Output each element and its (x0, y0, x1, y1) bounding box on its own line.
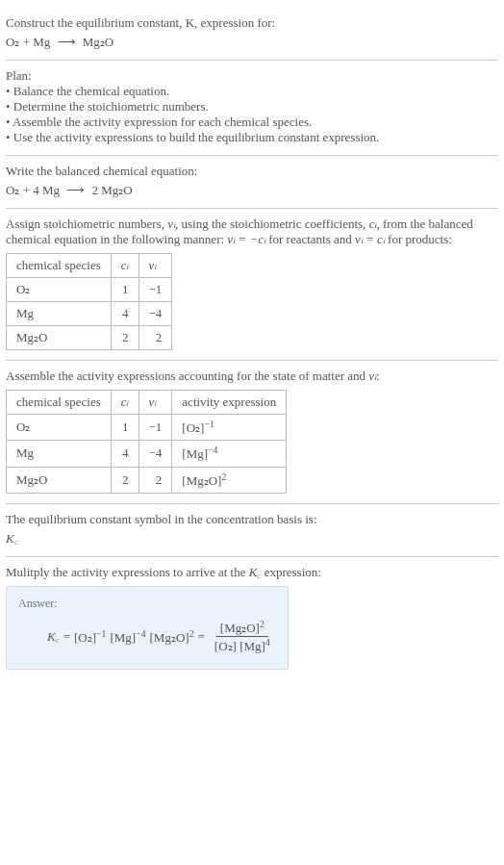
balanced-section: Write the balanced chemical equation: O₂… (6, 156, 498, 209)
col-header: νᵢ (139, 391, 172, 415)
reaction-lhs: O₂ + Mg (6, 35, 50, 49)
equals: = (198, 629, 205, 645)
relation: νᵢ = cᵢ (355, 232, 385, 246)
text: Mulitply the activity expressions to arr… (6, 565, 249, 579)
activity-cell: [Mg₂O]2 (172, 467, 287, 493)
species-cell: Mg₂O (7, 467, 112, 493)
answer-equation: K꜀ = [O₂]−1 [Mg]−4 [Mg₂O]2 = [Mg₂O]2 [O₂… (47, 619, 276, 655)
intro-reaction: O₂ + Mg ⟶ Mg₂O (6, 35, 498, 50)
multiply-heading: Mulitply the activity expressions to arr… (6, 565, 498, 580)
text: : (376, 369, 380, 383)
kc-symbol-heading: The equilibrium constant symbol in the c… (6, 512, 498, 527)
term: [Mg]−4 (110, 628, 145, 646)
plan-bullet: • Balance the chemical equation. (6, 84, 498, 99)
species-cell: O₂ (7, 278, 112, 302)
relation: νᵢ = −cᵢ (227, 232, 265, 246)
species-cell: Mg₂O (7, 326, 112, 350)
text: for reactants and (265, 232, 355, 246)
intro-line: Construct the equilibrium constant, K, e… (6, 15, 498, 31)
nu-cell: −4 (139, 302, 172, 326)
exponent: −1 (96, 628, 106, 639)
nu-cell: −1 (139, 278, 172, 302)
multiply-section: Mulitply the activity expressions to arr… (6, 557, 498, 674)
text: for products: (385, 232, 452, 246)
activity-table: chemical species cᵢ νᵢ activity expressi… (6, 390, 287, 494)
base: [Mg₂O] (220, 621, 260, 635)
stoich-section: Assign stoichiometric numbers, νᵢ, using… (6, 209, 498, 361)
intro-section: Construct the equilibrium constant, K, e… (6, 8, 498, 61)
nu-cell: 2 (139, 326, 172, 350)
balanced-heading: Write the balanced chemical equation: (6, 164, 498, 179)
exponent: 2 (189, 628, 194, 639)
exponent: −4 (208, 445, 217, 455)
ci-cell: 4 (111, 302, 139, 326)
exponent: 4 (265, 637, 270, 648)
species-cell: O₂ (7, 415, 112, 441)
activity-heading: Assemble the activity expressions accoun… (6, 369, 498, 384)
nu-cell: −1 (139, 415, 172, 441)
nu-symbol: νᵢ (167, 216, 175, 231)
term: [O₂]−1 (74, 628, 106, 646)
balanced-rhs: 2 Mg₂O (92, 183, 133, 197)
col-header: chemical species (7, 391, 112, 415)
activity-section: Assemble the activity expressions accoun… (6, 361, 498, 504)
exponent: −4 (136, 628, 145, 639)
base: [Mg] (110, 630, 136, 645)
balanced-equation: O₂ + 4 Mg ⟶ 2 Mg₂O (6, 183, 498, 198)
plan-bullet: • Determine the stoichiometric numbers. (6, 99, 498, 114)
nu-symbol: νᵢ (368, 369, 376, 383)
table-header-row: chemical species cᵢ νᵢ activity expressi… (7, 391, 287, 415)
table-header-row: chemical species cᵢ νᵢ (7, 254, 172, 278)
base: [Mg] (239, 640, 265, 654)
plan-bullet: • Use the activity expressions to build … (6, 130, 498, 145)
col-header: νᵢ (139, 254, 172, 278)
table-row: Mg₂O 2 2 (7, 326, 172, 350)
plan-heading: Plan: (6, 68, 498, 84)
text: , using the stoichiometric coefficients, (175, 216, 369, 231)
ci-cell: 1 (111, 278, 139, 302)
text: Assemble the activity expressions accoun… (6, 369, 368, 383)
exponent: −1 (204, 419, 214, 429)
base: [Mg₂O] (182, 473, 221, 488)
table-row: Mg₂O 2 2 [Mg₂O]2 (7, 467, 287, 493)
fraction: [Mg₂O]2 [O₂] [Mg]4 (211, 619, 274, 655)
species-cell: Mg (7, 302, 112, 326)
base: [O₂] (182, 420, 204, 435)
col-header: activity expression (172, 391, 287, 415)
table-row: Mg 4 −4 (7, 302, 172, 326)
arrow-icon: ⟶ (66, 183, 85, 198)
text: expression: (261, 565, 320, 579)
kc-symbol-section: The equilibrium constant symbol in the c… (6, 504, 498, 557)
base: [Mg₂O] (150, 630, 189, 645)
nu-cell: −4 (139, 441, 172, 467)
arrow-icon: ⟶ (58, 35, 76, 50)
exponent: 2 (260, 619, 265, 629)
reaction-rhs: Mg₂O (83, 35, 113, 49)
denominator: [O₂] [Mg]4 (211, 637, 274, 654)
answer-label: Answer: (18, 597, 276, 611)
table-row: O₂ 1 −1 (7, 278, 172, 302)
exponent: 2 (221, 471, 226, 482)
base: [Mg] (182, 447, 208, 462)
balanced-lhs: O₂ + 4 Mg (6, 183, 60, 197)
answer-box: Answer: K꜀ = [O₂]−1 [Mg]−4 [Mg₂O]2 = [Mg… (6, 586, 289, 670)
col-header: chemical species (7, 254, 112, 278)
activity-cell: [Mg]−4 (172, 441, 287, 467)
plan-bullet: • Assemble the activity expression for e… (6, 114, 498, 130)
text: Assign stoichiometric numbers, (6, 216, 167, 231)
stoich-table: chemical species cᵢ νᵢ O₂ 1 −1 Mg 4 −4 M… (6, 253, 172, 350)
col-header: cᵢ (111, 254, 139, 278)
nu-cell: 2 (139, 467, 172, 493)
equals: = (63, 629, 70, 645)
kc-symbol: K꜀ (249, 565, 262, 579)
base: [O₂] (214, 640, 237, 654)
kc-symbol: K꜀ (47, 629, 60, 645)
activity-cell: [O₂]−1 (172, 415, 287, 441)
table-row: Mg 4 −4 [Mg]−4 (7, 441, 287, 467)
table-row: O₂ 1 −1 [O₂]−1 (7, 415, 287, 441)
ci-cell: 1 (111, 415, 139, 441)
col-header: cᵢ (111, 391, 139, 415)
ci-cell: 2 (111, 467, 139, 493)
intro-text: Construct the equilibrium constant, K, e… (6, 15, 275, 30)
base: [O₂] (74, 630, 96, 645)
